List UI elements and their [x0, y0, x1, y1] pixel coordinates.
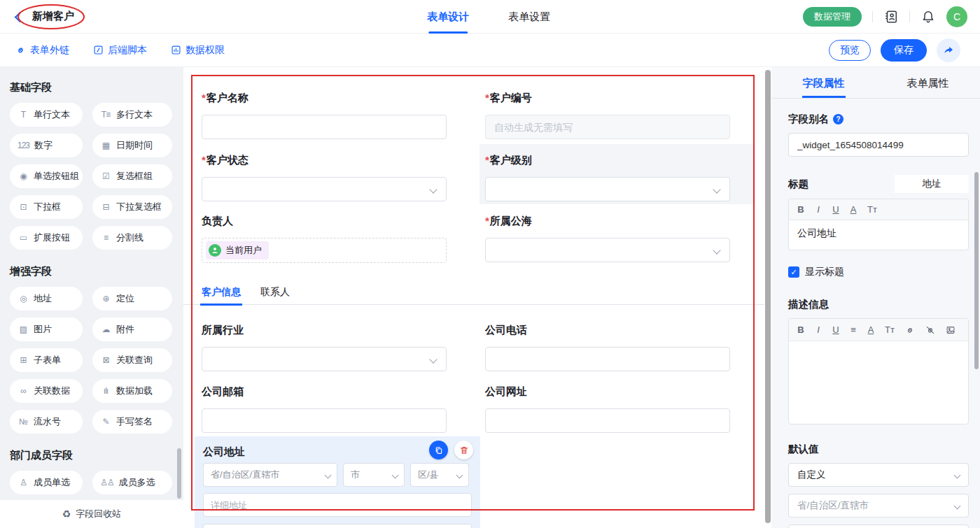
field-type-label: 流水号	[34, 415, 61, 428]
back-icon[interactable]	[13, 10, 25, 23]
insert-link-icon[interactable]	[905, 325, 915, 335]
customer-status-select[interactable]	[202, 177, 447, 201]
inspector-scrollbar[interactable]	[974, 172, 979, 369]
help-icon[interactable]	[833, 114, 844, 124]
format-tool[interactable]: B	[797, 204, 804, 215]
field-type-item[interactable]: ◉ 单选按钮组	[10, 164, 83, 188]
field-type-item[interactable]: 123 数字	[10, 134, 83, 157]
field-type-label: 多行文本	[116, 108, 153, 121]
tab-form-settings[interactable]: 表单设置	[508, 0, 550, 34]
share-button[interactable]	[937, 38, 960, 62]
district-select[interactable]: 区/县	[410, 463, 469, 487]
form-external-link[interactable]: 表单外链	[15, 44, 69, 57]
canvas-scrollbar[interactable]	[765, 70, 771, 523]
field-type-item[interactable]: ♙ 成员单选	[10, 471, 83, 494]
format-tool[interactable]: U	[832, 204, 839, 215]
default-province-select[interactable]: 省/自治区/直辖市	[788, 494, 969, 518]
copy-widget-button[interactable]	[429, 441, 448, 459]
field-type-item[interactable]: ♙♙ 成员多选	[92, 471, 172, 494]
checkbox-checked-icon[interactable]	[788, 266, 799, 278]
field-type-item[interactable]: ▭ 扩展按钮	[10, 226, 83, 250]
current-user-label: 当前用户	[225, 244, 262, 257]
field-type-item[interactable]: ≡ 分割线	[92, 226, 172, 250]
notification-bell-icon[interactable]	[920, 9, 936, 24]
field-type-item[interactable]: ⊕ 定位	[92, 287, 172, 311]
show-title-checkbox-row[interactable]: 显示标题	[788, 266, 969, 278]
description-editor: BIU≡ATᴛ	[788, 318, 969, 424]
extend-button-icon: ▭	[18, 233, 29, 243]
remove-link-icon[interactable]	[925, 325, 935, 335]
checkbox-group-icon: ☑	[100, 171, 111, 181]
city-select[interactable]: 市	[343, 463, 405, 487]
signature-icon: ✎	[100, 417, 111, 427]
field-type-item[interactable]: ▨ 图片	[10, 317, 83, 341]
field-type-item[interactable]: ☑ 复选框组	[92, 164, 172, 188]
format-tool[interactable]: ≡	[850, 324, 857, 335]
customer-level-select[interactable]	[485, 177, 730, 201]
address-detail-input-2[interactable]	[203, 524, 472, 528]
field-type-item[interactable]: ◎ 地址	[10, 287, 83, 311]
field-type-label: 单行文本	[34, 108, 70, 121]
field-type-item[interactable]: ✎ 手写签名	[92, 410, 172, 434]
description-editor-content[interactable]	[789, 341, 968, 424]
field-alias-input[interactable]	[788, 133, 969, 157]
format-tool[interactable]: U	[832, 324, 839, 335]
field-type-item[interactable]: T≡ 多行文本	[92, 103, 172, 127]
backend-script-link[interactable]: 后端脚本	[93, 44, 147, 57]
field-type-item[interactable]: ∞ 关联数据	[10, 379, 83, 403]
trash-icon	[459, 445, 469, 455]
field-type-item[interactable]: ⊡ 下拉框	[10, 195, 83, 219]
tab-field-properties[interactable]: 字段属性	[771, 67, 876, 98]
data-permission-link[interactable]: 数据权限	[171, 44, 225, 57]
sidebar-scrollbar[interactable]	[177, 448, 181, 499]
tab-contacts[interactable]: 联系人	[260, 286, 290, 304]
format-tool[interactable]: I	[815, 204, 822, 215]
field-type-item[interactable]: ☁ 附件	[92, 317, 172, 341]
company-phone-input[interactable]	[485, 347, 730, 371]
insert-image-icon[interactable]	[946, 325, 955, 335]
field-type-item[interactable]: ⊞ 子表单	[10, 348, 83, 372]
field-label: 所属公海	[490, 215, 532, 227]
default-city-select[interactable]: 市	[788, 525, 969, 528]
tab-customer-info[interactable]: 客户信息	[202, 286, 241, 304]
public-sea-select[interactable]	[485, 238, 730, 262]
company-address-widget-selected[interactable]: 公司地址 省/自治区/直辖市 市 区/县	[195, 436, 480, 528]
format-tool[interactable]: Tᴛ	[885, 324, 895, 335]
field-recycle-bin[interactable]: ♻ 字段回收站	[0, 500, 183, 528]
current-user-tag[interactable]: 当前用户	[206, 241, 269, 259]
save-button[interactable]: 保存	[881, 39, 927, 62]
field-type-item[interactable]: ılı 数据加载	[92, 379, 172, 403]
format-tool[interactable]: I	[815, 324, 822, 335]
field-type-item[interactable]: ▦ 日期时间	[92, 134, 172, 157]
field-type-item[interactable]: T 单行文本	[10, 103, 83, 127]
company-email-input[interactable]	[202, 408, 447, 433]
default-value-mode-select[interactable]: 自定义	[788, 463, 969, 487]
field-grid-basic: T 单行文本 T≡ 多行文本 123 数字 ▦ 日期时间 ◉ 单选按钮组	[0, 103, 183, 250]
customer-name-input[interactable]	[202, 115, 447, 139]
data-manage-button[interactable]: 数据管理	[803, 7, 862, 27]
industry-select[interactable]	[202, 347, 447, 371]
field-type-badge[interactable]: 地址	[895, 175, 969, 193]
field-owner: 负责人 当前用户	[202, 214, 447, 263]
format-tool[interactable]: Tᴛ	[867, 204, 877, 215]
format-tool[interactable]: A	[867, 324, 874, 335]
page-title: 新增客户	[32, 10, 74, 23]
owner-input[interactable]: 当前用户	[202, 238, 447, 263]
user-avatar[interactable]: C	[946, 6, 967, 27]
field-type-item[interactable]: № 流水号	[10, 410, 83, 434]
field-type-item[interactable]: ⊟ 下拉复选框	[92, 195, 172, 219]
title-editor-content[interactable]: 公司地址	[789, 220, 968, 250]
divider-line-icon: ≡	[100, 233, 111, 243]
radio-group-icon: ◉	[18, 171, 29, 181]
address-detail-input[interactable]	[203, 493, 472, 517]
tab-form-design[interactable]: 表单设计	[427, 0, 469, 34]
field-type-item[interactable]: ⊠ 关联查询	[92, 348, 172, 372]
tab-form-properties[interactable]: 表单属性	[876, 67, 980, 98]
format-tool[interactable]: A	[850, 204, 857, 215]
contacts-book-icon[interactable]	[883, 9, 899, 24]
delete-widget-button[interactable]	[454, 441, 473, 459]
format-tool[interactable]: B	[797, 324, 804, 335]
province-select[interactable]: 省/自治区/直辖市	[203, 463, 337, 487]
company-website-input[interactable]	[485, 408, 730, 433]
preview-button[interactable]: 预览	[829, 40, 871, 61]
